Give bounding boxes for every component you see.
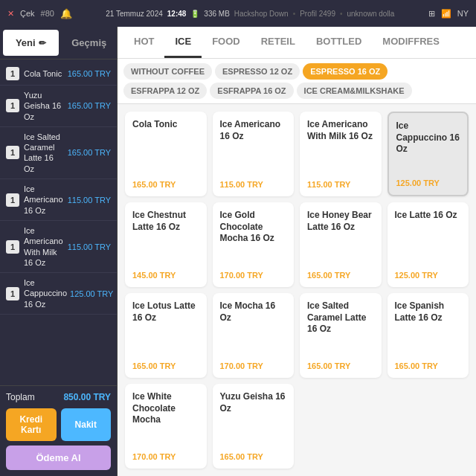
edit-icon: ✏ bbox=[39, 38, 46, 48]
product-card[interactable]: Ice Gold Chocolate Mocha 16 Oz 170.00 TR… bbox=[213, 202, 295, 287]
product-name: Ice Americano 16 Oz bbox=[220, 119, 287, 176]
order-list: 1 Cola Tonic 165.00 TRY 1 Yuzu Geisha 16… bbox=[0, 60, 117, 385]
gecmis-label: Geçmiş bbox=[71, 37, 106, 48]
sub-tab-esfrappa-12[interactable]: ESFRAPPA 12 OZ bbox=[123, 83, 207, 99]
order-item-qty: 1 bbox=[6, 146, 19, 159]
order-item[interactable]: 1 Ice Americano 16 Oz 115.00 TRY bbox=[0, 179, 117, 221]
cat-tab-hot[interactable]: HOT bbox=[123, 27, 164, 58]
product-card[interactable]: Ice Mocha 16 Oz 170.00 TRY bbox=[213, 293, 295, 378]
status-left: ✕ Çek #80 🔔 bbox=[7, 8, 72, 19]
product-name: Yuzu Geisha 16 Oz bbox=[220, 391, 287, 448]
order-item-name: Ice Salted Caramel Latte 16 Oz bbox=[24, 132, 65, 174]
product-price: 165.00 TRY bbox=[132, 361, 199, 370]
total-row: Toplam 850.00 TRY bbox=[6, 392, 111, 402]
order-item[interactable]: 1 Yuzu Geisha 16 Oz 165.00 TRY bbox=[0, 86, 117, 127]
order-item[interactable]: 1 Ice Salted Caramel Latte 16 Oz 165.00 … bbox=[0, 127, 117, 179]
yeni-label: Yeni bbox=[16, 37, 36, 48]
product-card[interactable]: Ice Americano With Milk 16 Oz 115.00 TRY bbox=[300, 112, 382, 196]
product-name: Ice Spanish Latte 16 Oz bbox=[395, 300, 462, 357]
product-name: Ice Salted Caramel Latte 16 Oz bbox=[307, 300, 374, 357]
category-tabs: HOTICEFOODRETEILBOTTLEDMODIFFRES bbox=[118, 27, 476, 59]
order-item-name: Ice Americano 16 Oz bbox=[24, 184, 65, 216]
grid-icon[interactable]: ⊞ bbox=[428, 9, 435, 19]
cat-tab-bottled[interactable]: BOTTLED bbox=[306, 27, 372, 58]
cat-tab-ice[interactable]: ICE bbox=[164, 27, 202, 58]
odeme-button[interactable]: Ödeme Al bbox=[6, 446, 111, 470]
product-name: Cola Tonic bbox=[132, 119, 199, 176]
product-name: Ice Cappuccino 16 Oz bbox=[396, 120, 460, 174]
order-item-qty: 1 bbox=[6, 99, 19, 112]
order-item-qty: 1 bbox=[6, 287, 19, 300]
product-price: 170.00 TRY bbox=[132, 452, 199, 461]
order-item-name: Ice Americano With Milk 16 Oz bbox=[24, 225, 65, 268]
user-text: unknown dolla bbox=[347, 10, 394, 18]
order-item-price: 165.00 TRY bbox=[68, 69, 111, 78]
product-card[interactable]: Ice White Chocolate Mocha 170.00 TRY bbox=[125, 384, 207, 469]
status-bar: ✕ Çek #80 🔔 21 Temmuz 2024 12:48 🔋 336 M… bbox=[0, 0, 476, 27]
product-card[interactable]: Yuzu Geisha 16 Oz 165.00 TRY bbox=[213, 384, 295, 469]
sub-tab-ice-cream[interactable]: ICE CREAM&MILKSHAKE bbox=[297, 83, 412, 99]
gecmis-button[interactable]: Geçmiş bbox=[62, 27, 118, 59]
product-price: 170.00 TRY bbox=[220, 361, 287, 370]
order-item[interactable]: 1 Ice Cappuccino 16 Oz 125.00 TRY bbox=[0, 273, 117, 315]
product-name: Ice Lotus Latte 16 Oz bbox=[132, 300, 199, 357]
product-name: Ice Americano With Milk 16 Oz bbox=[307, 119, 374, 176]
sub-tab-without-coffee[interactable]: WITHOUT COFFEE bbox=[123, 63, 212, 80]
order-item-qty: 1 bbox=[6, 193, 19, 207]
product-price: 165.00 TRY bbox=[132, 180, 199, 189]
product-name: Ice Mocha 16 Oz bbox=[220, 300, 287, 357]
sidebar-top: Yeni ✏ Geçmiş bbox=[0, 27, 117, 60]
product-price: 125.00 TRY bbox=[396, 178, 460, 187]
cek-label: Çek bbox=[20, 9, 35, 18]
order-item-price: 165.00 TRY bbox=[68, 148, 111, 157]
date-text: 21 Temmuz 2024 bbox=[106, 10, 163, 18]
order-item[interactable]: 1 Ice Americano With Milk 16 Oz 115.00 T… bbox=[0, 221, 117, 273]
order-item-name: Ice Cappuccino 16 Oz bbox=[24, 277, 67, 309]
cat-tab-modiffres[interactable]: MODIFFRES bbox=[372, 27, 450, 58]
yeni-button[interactable]: Yeni ✏ bbox=[3, 30, 59, 56]
product-name: Ice Honey Bear Latte 16 Oz bbox=[307, 210, 374, 266]
order-item-name: Yuzu Geisha 16 Oz bbox=[24, 90, 65, 122]
app-name: Hackshop Down bbox=[234, 10, 289, 18]
product-card[interactable]: Ice Chestnut Latte 16 Oz 145.00 TRY bbox=[125, 202, 207, 287]
status-right: ⊞ 📶 NY bbox=[428, 9, 469, 19]
product-card[interactable]: Ice Honey Bear Latte 16 Oz 165.00 TRY bbox=[300, 202, 382, 287]
product-card[interactable]: Ice Cappuccino 16 Oz 125.00 TRY bbox=[387, 112, 469, 196]
user-initial: NY bbox=[457, 9, 469, 18]
cek-count: #80 bbox=[41, 9, 54, 18]
battery-icon: 🔋 bbox=[190, 10, 199, 18]
total-amount: 850.00 TRY bbox=[63, 392, 111, 402]
product-price: 145.00 TRY bbox=[132, 271, 199, 280]
product-price: 115.00 TRY bbox=[220, 180, 287, 189]
bell-icon[interactable]: 🔔 bbox=[60, 8, 72, 19]
product-grid: Cola Tonic 165.00 TRY Ice Americano 16 O… bbox=[118, 104, 476, 476]
product-card[interactable]: Cola Tonic 165.00 TRY bbox=[125, 112, 207, 196]
cash-button[interactable]: Nakit bbox=[61, 408, 112, 441]
product-name: Ice Gold Chocolate Mocha 16 Oz bbox=[220, 210, 287, 266]
product-price: 165.00 TRY bbox=[395, 361, 462, 370]
product-card[interactable]: Ice Latte 16 Oz 125.00 TRY bbox=[387, 202, 469, 287]
product-price: 115.00 TRY bbox=[307, 180, 374, 189]
signal-icon[interactable]: 📶 bbox=[441, 9, 451, 19]
product-price: 165.00 TRY bbox=[220, 452, 287, 461]
sub-tab-espresso-16[interactable]: ESPRESSO 16 OZ bbox=[303, 63, 387, 80]
credit-card-button[interactable]: Kredi Kartı bbox=[6, 408, 57, 441]
product-card[interactable]: Ice Lotus Latte 16 Oz 165.00 TRY bbox=[125, 293, 207, 378]
cat-tab-food[interactable]: FOOD bbox=[202, 27, 251, 58]
sub-tab-esfrappa-16[interactable]: ESFRAPPA 16 OZ bbox=[210, 83, 293, 99]
sidebar: Yeni ✏ Geçmiş 1 Cola Tonic 165.00 TRY 1 … bbox=[0, 27, 118, 476]
cat-tab-reteil[interactable]: RETEIL bbox=[251, 27, 306, 58]
total-label: Toplam bbox=[6, 392, 35, 402]
order-item-price: 125.00 TRY bbox=[70, 289, 113, 298]
order-item-price: 115.00 TRY bbox=[68, 196, 111, 205]
order-item-qty: 1 bbox=[6, 240, 19, 254]
sub-tab-espresso-12[interactable]: ESPRESSO 12 OZ bbox=[215, 63, 300, 80]
storage-text: 336 MB bbox=[204, 10, 229, 18]
product-card[interactable]: Ice Spanish Latte 16 Oz 165.00 TRY bbox=[387, 293, 469, 378]
product-name: Ice Latte 16 Oz bbox=[395, 210, 462, 266]
close-icon[interactable]: ✕ bbox=[7, 9, 14, 19]
product-card[interactable]: Ice Salted Caramel Latte 16 Oz 165.00 TR… bbox=[300, 293, 382, 378]
product-name: Ice Chestnut Latte 16 Oz bbox=[132, 210, 199, 266]
order-item[interactable]: 1 Cola Tonic 165.00 TRY bbox=[0, 62, 117, 86]
product-card[interactable]: Ice Americano 16 Oz 115.00 TRY bbox=[213, 112, 295, 196]
